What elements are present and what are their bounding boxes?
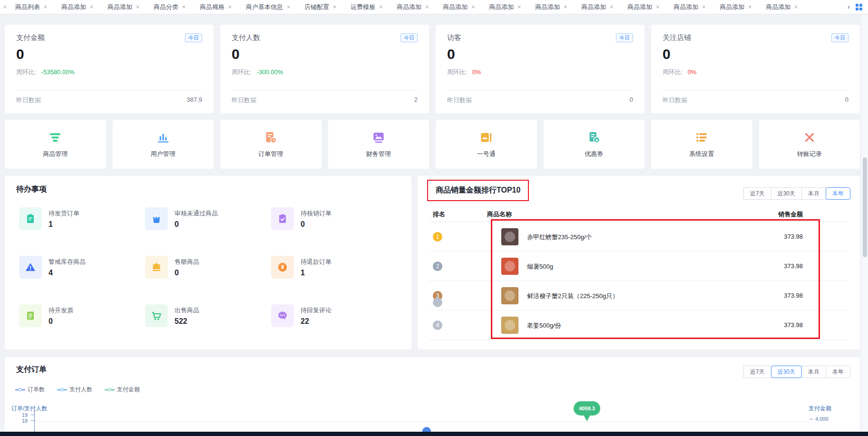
wow-label: 周环比: [16, 68, 37, 76]
todo-label: 警戒库存商品 [49, 258, 86, 266]
tab[interactable]: 商品添加 × [712, 3, 759, 11]
tab[interactable]: 商品添加 × [666, 3, 712, 11]
tab[interactable]: 运费模板 × [343, 3, 390, 11]
tab-close-icon[interactable]: × [425, 4, 429, 10]
shortcut-goods-management[interactable]: 商品管理 [5, 120, 106, 169]
tab[interactable]: 商品添加 × [759, 3, 805, 11]
todo-item-rejected-goods[interactable]: 审核未通过商品0 [145, 207, 271, 230]
tab[interactable]: 商品添加 × [620, 3, 666, 11]
yen-coin-icon: ¥ [271, 256, 294, 279]
tab[interactable]: 商户基本信息 × [239, 3, 297, 11]
tab-close-icon[interactable]: × [517, 4, 521, 10]
shortcut-coupons[interactable]: ¥ 优惠券 [544, 120, 645, 169]
shortcut-yihaotong[interactable]: 一号通 [436, 120, 537, 169]
tab-close-icon[interactable]: × [748, 4, 751, 10]
stat-card-value: 0 [447, 46, 633, 62]
shortcuts-row: 商品管理 用户管理 订单管理 财务管理 一号通 [5, 120, 860, 169]
tab-close-icon[interactable]: × [44, 4, 47, 10]
column-product-name: 商品名称 [487, 210, 512, 219]
todo-item-pending-shipments[interactable]: 待发货订单1 [19, 207, 145, 230]
y-tick-mark [31, 415, 34, 415]
shortcut-transfer-records[interactable]: 转账记录 [759, 120, 860, 169]
tab-label: 商品添加 [489, 3, 514, 11]
shortcut-order-management[interactable]: 订单管理 [220, 120, 322, 169]
table-row: 3 鲜活梭子蟹2只装（225-250g只） 373.98 [429, 281, 848, 310]
tab[interactable]: 商品添加 × [528, 3, 574, 11]
tab-label: 商品添加 [720, 3, 744, 11]
tab[interactable]: 商品添加 × [390, 3, 436, 11]
todo-item-soldout-goods[interactable]: 售罄商品0 [145, 256, 271, 279]
tab-close-icon[interactable]: × [287, 4, 290, 10]
todo-item-onsale-goods[interactable]: 出售商品522 [145, 304, 271, 327]
todo-item-pending-refund-orders[interactable]: ¥ 待退款订单1 [271, 256, 397, 279]
tab-close-icon[interactable]: × [610, 4, 613, 10]
tab[interactable]: 商品规格 × [193, 3, 239, 11]
table-row: 1 赤甲红螃蟹235-250g/个 373.98 [429, 222, 848, 252]
tab-label: 商品分类 [154, 3, 178, 11]
legend-item[interactable]: 支付人数 [57, 386, 92, 394]
filter-button[interactable]: 本月 [801, 187, 826, 200]
tab[interactable]: 商品添加 × [54, 3, 100, 11]
todo-value: 22 [301, 317, 332, 326]
tab-label: 商品添加 [61, 3, 86, 11]
tab-close-icon[interactable]: × [90, 4, 93, 10]
tab[interactable]: 商品列表 × [8, 3, 54, 11]
orders-filter-group: 近7天近30天本月本年 [744, 366, 850, 378]
shortcut-system-settings[interactable]: 系统设置 [651, 120, 752, 169]
tab-label: 商品列表 [15, 3, 40, 11]
shortcut-label: 财务管理 [366, 150, 391, 158]
order-document-clock-icon [263, 130, 278, 145]
chart-datazoom-bar [0, 432, 868, 436]
apps-grid-icon[interactable] [856, 4, 862, 10]
todo-item-pending-invoices[interactable]: 待开发票0 [19, 304, 145, 327]
tab-close-icon[interactable]: × [228, 4, 232, 10]
tab[interactable]: 商品添加 × [574, 3, 620, 11]
tab-close-icon[interactable]: × [564, 4, 567, 10]
tab-close-icon[interactable]: × [379, 4, 382, 10]
yesterday-label: 昨日数据 [663, 96, 687, 105]
todo-item-low-stock-goods[interactable]: 警戒库存商品4 [19, 256, 145, 279]
filter-button[interactable]: 本月 [801, 366, 826, 378]
tab-overflow-chevron-icon[interactable]: › [848, 2, 850, 10]
y-tick-mark [31, 420, 34, 421]
shortcut-label: 转账记录 [797, 150, 822, 158]
product-thumbnail [501, 287, 518, 304]
filter-button[interactable]: 近7天 [743, 187, 771, 200]
scrollbar-thumb[interactable] [863, 157, 867, 257]
filter-button[interactable]: 本年 [826, 366, 850, 378]
tab[interactable]: 店铺配置 × [297, 3, 343, 11]
tab[interactable]: 商品添加 × [436, 3, 482, 11]
tab-close-icon[interactable]: × [182, 4, 185, 10]
legend-item[interactable]: 支付金额 [105, 386, 140, 394]
todo-item-pending-writeoff-orders[interactable]: 待核销订单0 [271, 207, 397, 230]
yesterday-value: 2 [414, 96, 418, 105]
scrollbar-track[interactable] [861, 15, 868, 436]
chart-max-marker: 4059.3 [574, 401, 600, 416]
filter-button[interactable]: 近30天 [771, 187, 802, 200]
tab[interactable]: 商品添加 × [482, 3, 528, 11]
shortcut-user-management[interactable]: 用户管理 [113, 120, 214, 169]
filter-button[interactable]: 近7天 [743, 366, 771, 378]
clipboard-icon [19, 207, 42, 230]
tab-close-icon[interactable]: × [656, 4, 659, 10]
tab-close-icon[interactable]: × [794, 4, 798, 10]
tab-close-icon[interactable]: × [136, 4, 139, 10]
filter-button[interactable]: 近30天 [771, 366, 802, 378]
clipped-tab-close-icon[interactable]: × [2, 4, 8, 10]
stat-card-value: 0 [16, 46, 202, 62]
shortcut-finance-management[interactable]: 财务管理 [328, 120, 429, 169]
todo-item-pending-replies[interactable]: 待回复评论22 [271, 304, 397, 327]
legend-item[interactable]: 订单数 [15, 386, 45, 394]
sales-amount: 373.98 [784, 321, 803, 329]
filter-button[interactable]: 本年 [826, 187, 850, 200]
gridline [35, 422, 810, 422]
tab-close-icon[interactable]: × [333, 4, 336, 10]
todo-label: 待核销订单 [301, 209, 332, 218]
sales-amount: 373.98 [784, 262, 803, 270]
stat-card: 关注店铺 今日 0 周环比:0% 昨日数据 0 [651, 25, 860, 113]
tab[interactable]: 商品分类 × [146, 3, 193, 11]
tab-close-icon[interactable]: × [702, 4, 705, 10]
product-thumbnail [501, 228, 518, 245]
tab[interactable]: 商品添加 × [100, 3, 146, 11]
tab-close-icon[interactable]: × [471, 4, 475, 10]
